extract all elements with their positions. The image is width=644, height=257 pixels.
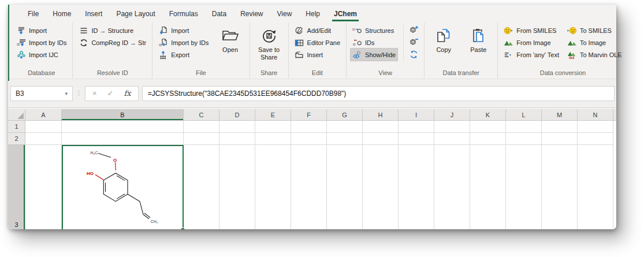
grid-cell[interactable] xyxy=(542,121,578,133)
cancel-button[interactable]: × xyxy=(92,89,97,98)
grid-cell[interactable] xyxy=(399,121,434,133)
grid-cell[interactable] xyxy=(470,133,506,145)
row-header-1[interactable]: 1 xyxy=(8,121,25,133)
grid-cell[interactable] xyxy=(542,133,578,145)
file-import-button[interactable]: Import xyxy=(157,24,210,36)
from-smiles-button[interactable]: From SMILES xyxy=(502,24,561,36)
id-to-structure-button[interactable]: ID → Structure xyxy=(77,24,148,36)
column-header-b[interactable]: B xyxy=(62,109,184,120)
grid-cell[interactable] xyxy=(470,121,506,133)
grid-cell[interactable] xyxy=(327,133,363,145)
show-hide-button[interactable]: Show/Hide xyxy=(351,49,397,61)
grid-cell[interactable] xyxy=(506,145,542,229)
fill-handle[interactable] xyxy=(181,228,185,229)
grid-cell[interactable] xyxy=(434,121,470,133)
column-header-h[interactable]: H xyxy=(363,109,399,120)
copy-button[interactable]: Copy xyxy=(429,24,459,54)
paste-button[interactable]: Paste xyxy=(463,24,493,54)
grid-cell[interactable] xyxy=(363,133,399,145)
to-image-button[interactable]: To Image xyxy=(565,36,624,49)
selected-cell-b3[interactable]: H₃C O HO CH₂ xyxy=(62,145,184,229)
grid-cell[interactable] xyxy=(578,145,613,229)
enter-button[interactable]: ✓ xyxy=(107,89,114,98)
grid-cell[interactable] xyxy=(291,133,327,145)
grid-cell[interactable] xyxy=(434,145,470,229)
grid-cell[interactable] xyxy=(506,121,542,133)
from-image-button[interactable]: From Image xyxy=(502,36,561,49)
grid-cell[interactable] xyxy=(291,145,327,229)
add-structure-tool-button[interactable] xyxy=(407,24,420,36)
grid-cell[interactable] xyxy=(578,133,613,145)
formula-input[interactable]: =JCSYSStructure("38CAE2345D531EE968454F6… xyxy=(142,86,615,101)
grid-cell[interactable] xyxy=(184,121,219,133)
column-header-l[interactable]: L xyxy=(506,109,542,120)
tab-formulas[interactable]: Formulas xyxy=(162,5,205,23)
grid-cell[interactable] xyxy=(25,133,62,145)
grid-cell[interactable] xyxy=(25,121,62,133)
editor-pane-button[interactable]: Editor Pane xyxy=(293,36,342,49)
grid-cell[interactable] xyxy=(363,121,399,133)
tab-help[interactable]: Help xyxy=(299,5,327,23)
add-edit-button[interactable]: Add/Edit xyxy=(293,24,342,36)
grid-cell[interactable] xyxy=(470,145,506,229)
grid-cell[interactable] xyxy=(327,145,363,229)
select-all-corner[interactable] xyxy=(8,109,25,120)
formula-bar-drag-handle-icon[interactable]: ⋮ xyxy=(73,90,85,97)
file-import-by-ids-button[interactable]: ID Import by IDs xyxy=(157,36,210,49)
column-header-i[interactable]: I xyxy=(399,109,434,120)
insert-button[interactable]: Insert xyxy=(293,49,342,61)
grid-cell[interactable] xyxy=(255,133,291,145)
column-header-a[interactable]: A xyxy=(25,109,62,120)
grid-cell[interactable] xyxy=(62,121,184,133)
remove-structure-tool-button[interactable] xyxy=(407,36,420,49)
grid-cell[interactable] xyxy=(62,133,184,145)
tab-jchem[interactable]: JChem xyxy=(327,5,364,23)
row-header-2[interactable]: 2 xyxy=(8,133,25,145)
column-header-m[interactable]: M xyxy=(542,109,578,120)
grid-cell[interactable] xyxy=(184,133,219,145)
compreg-id-to-str-button[interactable]: CompReg ID → Str xyxy=(77,36,148,49)
from-any-text-button[interactable]: From 'any' Text xyxy=(502,49,561,61)
grid-cell[interactable] xyxy=(255,145,291,229)
to-smiles-button[interactable]: To SMILES xyxy=(565,24,624,36)
database-import-by-ids-button[interactable]: ID Import by IDs xyxy=(14,36,68,49)
grid-cell[interactable] xyxy=(578,121,613,133)
column-header-f[interactable]: F xyxy=(291,109,327,120)
grid-cell[interactable] xyxy=(506,133,542,145)
grid-cell[interactable] xyxy=(291,121,327,133)
to-marvin-ole-button[interactable]: OLE To Marvin OLE xyxy=(565,49,624,61)
insert-function-button[interactable]: fx xyxy=(124,89,131,98)
grid-cell[interactable] xyxy=(219,121,255,133)
column-header-n[interactable]: N xyxy=(578,109,613,120)
view-ids-button[interactable]: ID IDs xyxy=(351,36,397,49)
grid-cell[interactable] xyxy=(184,145,219,229)
view-structures-button[interactable]: ID Structures xyxy=(351,24,397,36)
grid-cell[interactable] xyxy=(542,145,578,229)
name-box[interactable]: B3 ▾ xyxy=(10,86,73,101)
grid-cell[interactable] xyxy=(255,121,291,133)
column-header-j[interactable]: J xyxy=(434,109,470,120)
grid-cell[interactable] xyxy=(399,133,434,145)
import-ijc-button[interactable]: Import IJC xyxy=(14,49,68,61)
save-to-share-button[interactable]: Save to Share xyxy=(254,24,284,61)
tab-file[interactable]: File xyxy=(21,5,46,23)
tab-insert[interactable]: Insert xyxy=(78,5,109,23)
row-header-3[interactable]: 3 xyxy=(8,145,25,229)
column-header-c[interactable]: C xyxy=(184,109,219,120)
file-export-button[interactable]: Export xyxy=(157,49,210,61)
open-button[interactable]: Open xyxy=(215,24,245,61)
grid-cell[interactable] xyxy=(219,145,255,229)
tab-home[interactable]: Home xyxy=(46,5,78,23)
column-header-g[interactable]: G xyxy=(327,109,363,120)
tab-view[interactable]: View xyxy=(270,5,299,23)
grid-cell[interactable] xyxy=(327,121,363,133)
refresh-tool-button[interactable] xyxy=(407,49,420,61)
database-import-button[interactable]: Import xyxy=(14,24,68,36)
tab-page-layout[interactable]: Page Layout xyxy=(109,5,162,23)
grid-cell[interactable] xyxy=(399,145,434,229)
column-header-e[interactable]: E xyxy=(255,109,291,120)
name-box-dropdown-icon[interactable]: ▾ xyxy=(65,91,68,96)
grid-cell[interactable] xyxy=(363,145,399,229)
tab-review[interactable]: Review xyxy=(233,5,270,23)
grid-cell[interactable] xyxy=(25,145,62,229)
